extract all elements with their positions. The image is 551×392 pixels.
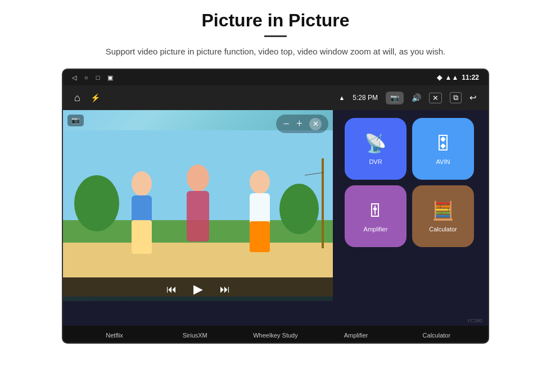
siriusxm-label: SiriusXM — [167, 332, 223, 339]
close-pip-icon[interactable]: ✕ — [429, 93, 442, 103]
wheelkey-label: Wheelkey Study — [247, 332, 304, 339]
video-content-svg — [63, 130, 333, 297]
svg-point-4 — [279, 184, 319, 234]
video-scene — [63, 130, 333, 276]
nav-bar: ⌂ ⚡ ▲ 5:28 PM 📷 🔊 ✕ ⧉ ↩ — [63, 85, 488, 110]
pip-plus-button[interactable]: + — [296, 117, 302, 130]
calculator-label: Calculator — [429, 226, 457, 233]
icon-row-top: 📡 DVR 🎛 AVIN — [345, 118, 474, 180]
page-title: Picture in Picture — [201, 10, 349, 31]
svg-rect-7 — [132, 220, 152, 254]
amplifier-app-icon[interactable]: 🎚 Amplifier — [345, 185, 407, 247]
device-frame: ◁ ○ □ ▣ ◆ ▲▲ 11:22 ⌂ ⚡ ▲ 5:28 PM 📷 🔊 — [62, 69, 489, 344]
amplifier-icon-symbol: 🎚 — [367, 200, 385, 221]
calculator-app-icon[interactable]: 🧮 Calculator — [412, 185, 474, 247]
main-content: 📡 DVR 🎛 AVIN 🎚 Amplifier 🧮 C — [63, 110, 488, 344]
usb-icon[interactable]: ⚡ — [91, 93, 100, 102]
svg-point-10 — [250, 170, 270, 194]
play-button[interactable]: ▶ — [193, 282, 203, 297]
rewind-button[interactable]: ⏮ — [166, 284, 177, 295]
dvr-label: DVR — [369, 158, 382, 165]
nav-left: ⌂ ⚡ — [74, 92, 100, 104]
pip-icon[interactable]: ⧉ — [450, 92, 462, 103]
forward-button[interactable]: ⏭ — [220, 284, 230, 295]
netflix-label: Netflix — [87, 332, 143, 339]
title-divider — [264, 35, 287, 37]
status-time: 11:22 — [462, 74, 479, 81]
volume-icon[interactable]: 🔊 — [412, 93, 421, 102]
pip-video: 📷 − + ✕ ⏮ ▶ ⏭ — [63, 110, 333, 301]
status-bar-left: ◁ ○ □ ▣ — [72, 74, 113, 81]
wifi-nav-icon: ▲ — [338, 94, 345, 101]
pip-container: 📷 − + ✕ ⏮ ▶ ⏭ — [63, 110, 333, 329]
nav-right: ▲ 5:28 PM 📷 🔊 ✕ ⧉ ↩ — [338, 92, 477, 104]
pip-playback-controls: ⏮ ▶ ⏭ — [63, 277, 333, 301]
page-subtitle: Support video picture in picture functio… — [106, 45, 445, 58]
avin-app-icon[interactable]: 🎛 AVIN — [412, 118, 474, 180]
pip-close-button[interactable]: ✕ — [309, 118, 322, 130]
calculator-icon-symbol: 🧮 — [432, 200, 454, 221]
right-icons-area: 📡 DVR 🎛 AVIN 🎚 Amplifier 🧮 C — [331, 110, 488, 344]
back-icon[interactable]: ↩ — [469, 93, 477, 103]
svg-point-3 — [74, 175, 119, 231]
recents-nav-icon[interactable]: □ — [96, 74, 100, 81]
dvr-icon-symbol: 📡 — [364, 133, 387, 154]
avin-label: AVIN — [436, 158, 450, 165]
calculator-bottom-label: Calculator — [408, 332, 464, 339]
back-nav-icon[interactable]: ◁ — [72, 74, 76, 81]
cast-icon[interactable]: ▣ — [107, 74, 113, 81]
page-wrapper: Picture in Picture Support video picture… — [0, 0, 551, 392]
dvr-app-icon[interactable]: 📡 DVR — [345, 118, 407, 180]
status-bar-right: ◆ ▲▲ 11:22 — [437, 74, 479, 81]
home-nav-icon[interactable]: ○ — [84, 74, 88, 81]
avin-icon-symbol: 🎛 — [434, 133, 452, 154]
pip-minus-button[interactable]: − — [283, 117, 289, 130]
nav-time: 5:28 PM — [353, 94, 378, 102]
wifi-status-icon: ▲▲ — [445, 74, 459, 81]
icon-row-bottom: 🎚 Amplifier 🧮 Calculator — [345, 185, 474, 247]
pip-controls: − + ✕ — [276, 115, 328, 133]
svg-rect-9 — [187, 191, 209, 241]
camera-icon[interactable]: 📷 — [386, 92, 404, 104]
watermark: YC390 — [467, 318, 482, 323]
pip-camera-badge: 📷 — [67, 115, 84, 126]
status-bar: ◁ ○ □ ▣ ◆ ▲▲ 11:22 — [63, 70, 488, 85]
location-icon: ◆ — [437, 74, 442, 81]
amplifier-bottom-label: Amplifier — [328, 332, 384, 339]
svg-rect-13 — [322, 158, 324, 248]
amplifier-label: Amplifier — [364, 226, 388, 233]
svg-point-8 — [187, 165, 209, 192]
svg-rect-12 — [250, 221, 270, 252]
svg-point-5 — [132, 171, 152, 196]
home-icon[interactable]: ⌂ — [74, 92, 80, 104]
